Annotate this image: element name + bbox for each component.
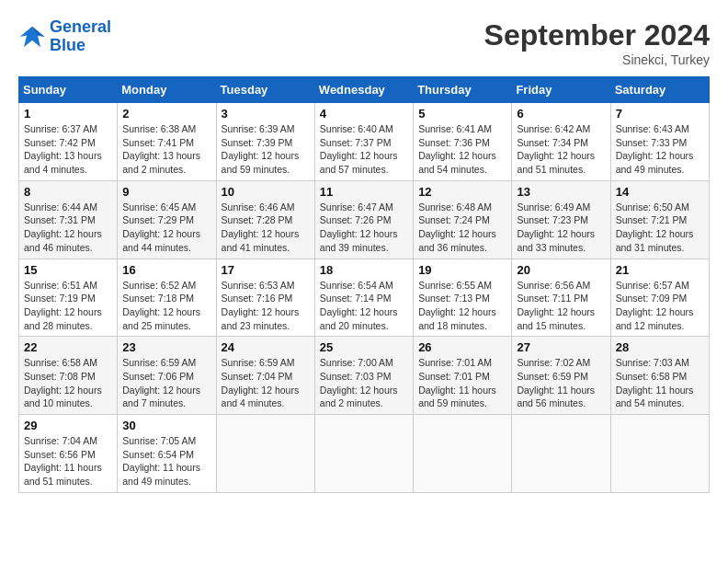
header-row: SundayMondayTuesdayWednesdayThursdayFrid… — [19, 77, 710, 103]
day-number: 7 — [616, 107, 704, 121]
day-number: 5 — [418, 107, 506, 121]
day-info: Sunrise: 6:56 AMSunset: 7:11 PMDaylight:… — [517, 279, 605, 333]
calendar-day-cell: 22Sunrise: 6:58 AMSunset: 7:08 PMDayligh… — [19, 337, 118, 415]
day-info: Sunrise: 6:51 AMSunset: 7:19 PMDaylight:… — [24, 279, 112, 333]
logo-blue: Blue — [50, 37, 111, 55]
calendar-week-row: 29Sunrise: 7:04 AMSunset: 6:56 PMDayligh… — [19, 415, 710, 493]
day-info: Sunrise: 6:54 AMSunset: 7:14 PMDaylight:… — [320, 279, 408, 333]
calendar-day-cell — [314, 415, 413, 493]
calendar-day-cell: 20Sunrise: 6:56 AMSunset: 7:11 PMDayligh… — [512, 259, 610, 337]
day-number: 18 — [320, 263, 408, 277]
day-number: 20 — [517, 263, 605, 277]
day-info: Sunrise: 6:38 AMSunset: 7:41 PMDaylight:… — [122, 122, 210, 177]
calendar-week-row: 22Sunrise: 6:58 AMSunset: 7:08 PMDayligh… — [19, 337, 710, 415]
day-info: Sunrise: 7:00 AMSunset: 7:03 PMDaylight:… — [320, 356, 408, 410]
day-number: 30 — [122, 419, 210, 432]
day-info: Sunrise: 6:44 AMSunset: 7:31 PMDaylight:… — [24, 201, 112, 255]
day-number: 25 — [320, 340, 408, 354]
calendar-day-cell: 30Sunrise: 7:05 AMSunset: 6:54 PMDayligh… — [118, 415, 216, 493]
calendar-day-cell: 8Sunrise: 6:44 AMSunset: 7:31 PMDaylight… — [19, 180, 118, 259]
day-number: 23 — [122, 340, 210, 354]
day-info: Sunrise: 6:55 AMSunset: 7:13 PMDaylight:… — [418, 279, 506, 333]
day-number: 11 — [320, 185, 408, 199]
logo-icon — [18, 23, 46, 51]
calendar-day-cell: 28Sunrise: 7:03 AMSunset: 6:58 PMDayligh… — [610, 337, 709, 415]
day-number: 28 — [616, 340, 704, 354]
calendar-day-cell: 15Sunrise: 6:51 AMSunset: 7:19 PMDayligh… — [19, 259, 118, 337]
calendar-day-cell: 7Sunrise: 6:43 AMSunset: 7:33 PMDaylight… — [610, 103, 709, 181]
day-info: Sunrise: 6:53 AMSunset: 7:16 PMDaylight:… — [222, 279, 310, 333]
calendar-day-cell: 24Sunrise: 6:59 AMSunset: 7:04 PMDayligh… — [216, 337, 314, 415]
day-number: 16 — [122, 263, 210, 277]
calendar-day-cell: 29Sunrise: 7:04 AMSunset: 6:56 PMDayligh… — [19, 415, 118, 493]
calendar-day-cell — [414, 415, 512, 493]
calendar-day-cell: 16Sunrise: 6:52 AMSunset: 7:18 PMDayligh… — [118, 259, 216, 337]
day-info: Sunrise: 6:41 AMSunset: 7:36 PMDaylight:… — [418, 122, 506, 177]
day-number: 6 — [517, 107, 605, 121]
calendar-day-cell: 6Sunrise: 6:42 AMSunset: 7:34 PMDaylight… — [512, 103, 610, 181]
day-number: 24 — [222, 340, 310, 354]
calendar-day-cell: 23Sunrise: 6:59 AMSunset: 7:06 PMDayligh… — [118, 337, 216, 415]
calendar-table: SundayMondayTuesdayWednesdayThursdayFrid… — [18, 76, 710, 493]
day-of-week-header: Tuesday — [216, 77, 314, 103]
calendar-day-cell: 19Sunrise: 6:55 AMSunset: 7:13 PMDayligh… — [414, 259, 512, 337]
day-info: Sunrise: 6:43 AMSunset: 7:33 PMDaylight:… — [616, 122, 704, 177]
calendar-day-cell: 26Sunrise: 7:01 AMSunset: 7:01 PMDayligh… — [414, 337, 512, 415]
day-of-week-header: Saturday — [610, 77, 709, 103]
svg-marker-0 — [20, 27, 45, 48]
month-title: September 2024 — [484, 18, 710, 52]
day-info: Sunrise: 7:01 AMSunset: 7:01 PMDaylight:… — [418, 356, 506, 410]
calendar-week-row: 8Sunrise: 6:44 AMSunset: 7:31 PMDaylight… — [19, 180, 710, 259]
day-number: 4 — [320, 107, 408, 121]
day-number: 8 — [24, 185, 112, 199]
calendar-day-cell: 9Sunrise: 6:45 AMSunset: 7:29 PMDaylight… — [118, 180, 216, 259]
calendar-week-row: 15Sunrise: 6:51 AMSunset: 7:19 PMDayligh… — [19, 259, 710, 337]
calendar-day-cell: 13Sunrise: 6:49 AMSunset: 7:23 PMDayligh… — [512, 180, 610, 259]
day-of-week-header: Monday — [118, 77, 216, 103]
day-info: Sunrise: 6:42 AMSunset: 7:34 PMDaylight:… — [517, 122, 605, 177]
day-info: Sunrise: 6:39 AMSunset: 7:39 PMDaylight:… — [222, 122, 310, 177]
day-number: 22 — [24, 340, 112, 354]
calendar-day-cell — [610, 415, 709, 493]
calendar-day-cell: 5Sunrise: 6:41 AMSunset: 7:36 PMDaylight… — [414, 103, 512, 181]
day-number: 15 — [24, 263, 112, 277]
calendar-day-cell: 12Sunrise: 6:48 AMSunset: 7:24 PMDayligh… — [414, 180, 512, 259]
day-info: Sunrise: 6:59 AMSunset: 7:06 PMDaylight:… — [122, 356, 210, 410]
day-of-week-header: Friday — [512, 77, 610, 103]
calendar-day-cell: 27Sunrise: 7:02 AMSunset: 6:59 PMDayligh… — [512, 337, 610, 415]
calendar-day-cell: 11Sunrise: 6:47 AMSunset: 7:26 PMDayligh… — [314, 180, 413, 259]
calendar-day-cell: 2Sunrise: 6:38 AMSunset: 7:41 PMDaylight… — [118, 103, 216, 181]
day-number: 19 — [418, 263, 506, 277]
day-number: 3 — [222, 107, 310, 121]
day-info: Sunrise: 6:57 AMSunset: 7:09 PMDaylight:… — [616, 279, 704, 333]
day-number: 12 — [418, 185, 506, 199]
day-number: 17 — [222, 263, 310, 277]
calendar-day-cell: 1Sunrise: 6:37 AMSunset: 7:42 PMDaylight… — [19, 103, 118, 181]
location: Sinekci, Turkey — [484, 52, 710, 67]
calendar-week-row: 1Sunrise: 6:37 AMSunset: 7:42 PMDaylight… — [19, 103, 710, 181]
day-info: Sunrise: 6:59 AMSunset: 7:04 PMDaylight:… — [222, 356, 310, 410]
day-info: Sunrise: 6:40 AMSunset: 7:37 PMDaylight:… — [320, 122, 408, 177]
day-info: Sunrise: 6:46 AMSunset: 7:28 PMDaylight:… — [222, 201, 310, 255]
day-of-week-header: Thursday — [414, 77, 512, 103]
day-number: 1 — [24, 107, 112, 121]
day-info: Sunrise: 6:50 AMSunset: 7:21 PMDaylight:… — [616, 201, 704, 255]
day-info: Sunrise: 6:52 AMSunset: 7:18 PMDaylight:… — [122, 279, 210, 333]
day-info: Sunrise: 6:58 AMSunset: 7:08 PMDaylight:… — [24, 356, 112, 410]
day-number: 9 — [122, 185, 210, 199]
page-header: General Blue September 2024 Sinekci, Tur… — [18, 18, 710, 67]
calendar-day-cell — [512, 415, 610, 493]
calendar-body: 1Sunrise: 6:37 AMSunset: 7:42 PMDaylight… — [19, 103, 710, 493]
day-info: Sunrise: 6:48 AMSunset: 7:24 PMDaylight:… — [418, 201, 506, 255]
day-number: 10 — [222, 185, 310, 199]
day-info: Sunrise: 7:03 AMSunset: 6:58 PMDaylight:… — [616, 356, 704, 410]
day-number: 29 — [24, 419, 112, 432]
day-number: 27 — [517, 340, 605, 354]
calendar-day-cell: 4Sunrise: 6:40 AMSunset: 7:37 PMDaylight… — [314, 103, 413, 181]
calendar-day-cell: 25Sunrise: 7:00 AMSunset: 7:03 PMDayligh… — [314, 337, 413, 415]
calendar-header: SundayMondayTuesdayWednesdayThursdayFrid… — [19, 77, 710, 103]
day-of-week-header: Sunday — [19, 77, 118, 103]
day-info: Sunrise: 6:45 AMSunset: 7:29 PMDaylight:… — [122, 201, 210, 255]
logo: General Blue — [18, 18, 111, 55]
day-info: Sunrise: 6:37 AMSunset: 7:42 PMDaylight:… — [24, 122, 112, 177]
